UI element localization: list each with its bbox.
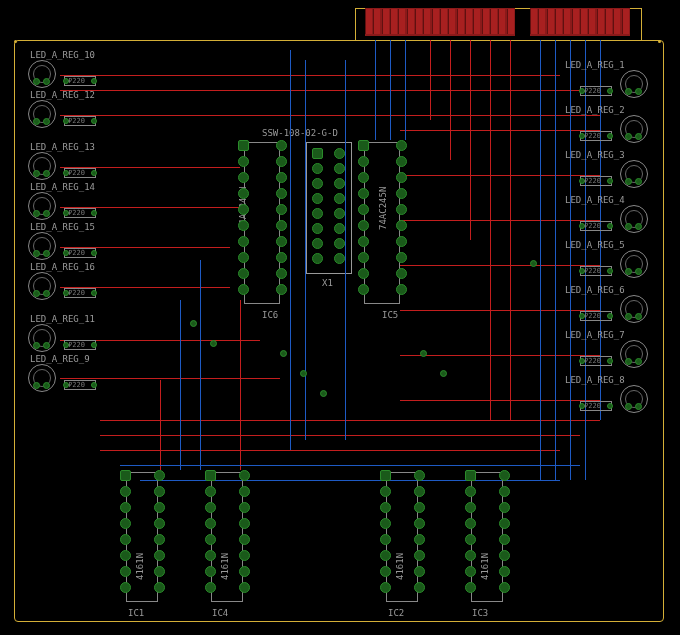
ic-pad (358, 236, 369, 247)
header-pad (334, 208, 345, 219)
resistor-value: ₽220 (584, 357, 601, 365)
led-footprint (28, 100, 56, 128)
ic-pad (205, 518, 216, 529)
ic-pad (465, 566, 476, 577)
ic5-ref: IC5 (382, 310, 398, 320)
ic4-ref: IC4 (212, 608, 228, 618)
ic-pad (276, 252, 287, 263)
ic-pad (499, 518, 510, 529)
ic-pad (238, 156, 249, 167)
header-refdes: X1 (322, 278, 333, 288)
ic-pad (120, 566, 131, 577)
ic-pad (396, 252, 407, 263)
ic-pad (358, 188, 369, 199)
edge-pin (457, 9, 464, 34)
ic-pad (120, 582, 131, 593)
ic-pad (465, 582, 476, 593)
ic-pad (465, 486, 476, 497)
ic-pad (499, 534, 510, 545)
ic-pad (380, 566, 391, 577)
pad (33, 210, 40, 217)
resistor-value: ₽220 (68, 209, 85, 217)
edge-pin (563, 9, 570, 34)
resistor-value: ₽220 (584, 222, 601, 230)
pad (33, 78, 40, 85)
ic-pad (238, 268, 249, 279)
ic-pad (120, 486, 131, 497)
trace-top (510, 40, 511, 420)
edge-pin (498, 9, 505, 34)
led-ref-label: LED_A_REG_9 (30, 354, 90, 364)
ic-pad (380, 486, 391, 497)
trace-bottom (120, 465, 580, 466)
edge-pin (415, 9, 422, 34)
edge-pin (432, 9, 439, 34)
ic-pad (396, 268, 407, 279)
edge-pin (398, 9, 405, 34)
led-ref-label: LED_A_REG_10 (30, 50, 95, 60)
led-footprint (620, 160, 648, 188)
trace-top (60, 378, 280, 379)
led-ref-label: LED_A_REG_14 (30, 182, 95, 192)
ic-pad (396, 156, 407, 167)
ic-pad (238, 188, 249, 199)
resistor-value: ₽220 (584, 402, 601, 410)
trace-bottom (200, 260, 201, 470)
trace-bottom (305, 60, 306, 440)
ic-pad (499, 550, 510, 561)
edge-pin (507, 9, 514, 34)
ic-pad (414, 550, 425, 561)
ic-pad (276, 204, 287, 215)
led-ref-label: LED_A_REG_1 (565, 60, 625, 70)
header-part-label: SSW-108-02-G-D (262, 128, 338, 138)
via (320, 390, 327, 397)
edge-pin (605, 9, 612, 34)
edge-pin (407, 9, 414, 34)
pad (43, 170, 50, 177)
trace-bottom (405, 40, 406, 140)
pad (625, 223, 632, 230)
pad (43, 290, 50, 297)
ic-pad (414, 502, 425, 513)
edge-pin (580, 9, 587, 34)
resistor-value: ₽220 (68, 169, 85, 177)
led-footprint (620, 340, 648, 368)
ic-pad (499, 502, 510, 513)
pad (43, 78, 50, 85)
ic-pad (358, 204, 369, 215)
ic-pad (380, 502, 391, 513)
ic-pad (239, 566, 250, 577)
edge-pin (465, 9, 472, 34)
trace-top (240, 300, 241, 470)
pad (43, 118, 50, 125)
via (280, 350, 287, 357)
ic-pad (239, 486, 250, 497)
ic-pad (239, 582, 250, 593)
ic-pad (276, 188, 287, 199)
pcb-canvas[interactable]: SSW-108-02-G-D X1 74AC245N IC6 74AC245N … (0, 0, 680, 635)
led-ref-label: LED_A_REG_4 (565, 195, 625, 205)
ic-pad (358, 156, 369, 167)
via (440, 370, 447, 377)
ic-pad (276, 220, 287, 231)
ic-pad (120, 470, 131, 481)
pad (625, 88, 632, 95)
edge-pin (547, 9, 554, 34)
via (530, 260, 537, 267)
ic-pad (120, 534, 131, 545)
trace-top (60, 90, 580, 91)
via (210, 340, 217, 347)
ic-pad (205, 550, 216, 561)
trace-bottom (375, 40, 376, 140)
trace-bottom (290, 50, 291, 450)
edge-pin (423, 9, 430, 34)
via (190, 320, 197, 327)
resistor-value: ₽220 (584, 87, 601, 95)
trace-top (100, 435, 580, 436)
pad (625, 268, 632, 275)
ic-pad (380, 470, 391, 481)
header-pad (334, 223, 345, 234)
ic-pad (239, 518, 250, 529)
trace-top (60, 115, 600, 116)
led-footprint (620, 70, 648, 98)
